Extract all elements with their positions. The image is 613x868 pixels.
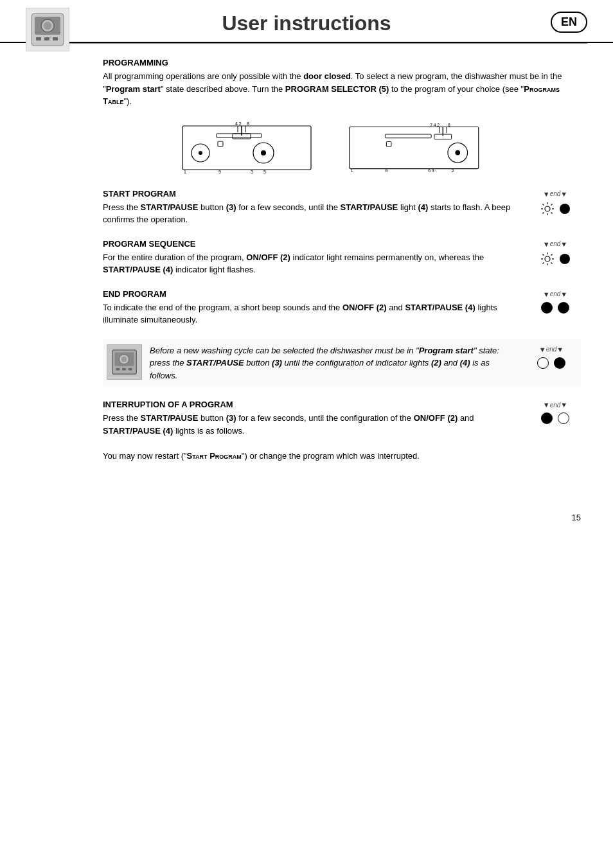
svg-rect-6 — [53, 37, 58, 40]
arrow-left-2: ▼ — [543, 240, 550, 248]
svg-rect-63 — [122, 368, 126, 370]
arrow-left-3: ▼ — [543, 290, 550, 298]
section-start-program: START PROGRAM Press the START/PAUSE butt… — [103, 189, 581, 226]
program-sequence-icons: ▼ end ▼ — [529, 239, 581, 266]
start-program-ref: Start Program — [187, 451, 242, 461]
note-image — [107, 344, 142, 380]
page-title: User instructions — [222, 12, 391, 35]
section-program-sequence: PROGRAM SEQUENCE For the entire duration… — [103, 239, 581, 276]
icon-row-start — [540, 202, 570, 216]
restart-body: You may now restart ("Start Program") or… — [103, 450, 581, 463]
end-text-5: end — [550, 402, 561, 409]
language-badge: EN — [551, 12, 587, 33]
svg-rect-32 — [385, 134, 431, 138]
svg-line-47 — [543, 212, 544, 213]
svg-rect-22 — [217, 134, 262, 137]
diagram-left: 4 2 8 1 9 3 5 — [181, 120, 323, 177]
svg-point-26 — [455, 150, 460, 155]
arrow-left-1: ▼ — [543, 190, 550, 198]
arrow-right-2: ▼ — [560, 240, 567, 248]
svg-text:3: 3 — [251, 170, 253, 174]
section-interruption: INTERRUPTION OF A PROGRAM Press the STAR… — [103, 400, 581, 437]
content-area: PROGRAMMING All programming operations a… — [0, 44, 613, 493]
programming-title: PROGRAMMING — [103, 58, 581, 67]
programming-body: All programming operations are only poss… — [103, 70, 581, 108]
svg-line-55 — [551, 254, 553, 255]
start-program-body: Press the START/PAUSE button (3) for a f… — [103, 201, 529, 226]
svg-rect-62 — [116, 368, 120, 370]
svg-point-39 — [545, 206, 550, 211]
svg-point-61 — [121, 357, 127, 362]
svg-text:9: 9 — [218, 170, 221, 174]
svg-point-48 — [545, 256, 550, 261]
svg-rect-7 — [182, 126, 311, 170]
end-label-3: ▼ end ▼ — [543, 290, 567, 298]
svg-text:1: 1 — [184, 170, 186, 174]
sun-icon-start — [540, 202, 555, 216]
circle-empty-interruption — [558, 412, 569, 424]
note-body: Before a new washing cycle can be select… — [150, 346, 499, 380]
start-program-title: START PROGRAM — [103, 189, 529, 199]
end-label-4: ▼ end ▼ — [539, 346, 564, 353]
end-program-body: To indicate the end of the program, a sh… — [103, 301, 529, 326]
end-label-5: ▼ end ▼ — [543, 401, 567, 409]
program-sequence-title: PROGRAM SEQUENCE — [103, 239, 529, 249]
end-label-2: ▼ end ▼ — [543, 240, 567, 248]
icon-row-sequence — [540, 252, 570, 266]
svg-text:6 3: 6 3 — [428, 168, 434, 173]
end-text-1: end — [550, 190, 561, 197]
section-programming: PROGRAMMING All programming operations a… — [103, 58, 581, 108]
interruption-body-1: Press the START/PAUSE button (3) for a f… — [103, 412, 529, 437]
end-label-1: ▼ end ▼ — [543, 190, 567, 198]
interruption-icons: ▼ end ▼ — [529, 400, 581, 424]
section-end-program: END PROGRAM To indicate the end of the p… — [103, 289, 581, 326]
arrow-left-5: ▼ — [543, 401, 550, 409]
header: User instructions EN — [0, 0, 613, 43]
circle-filled-interruption — [541, 412, 553, 424]
svg-rect-23 — [218, 141, 223, 146]
interruption-title: INTERRUPTION OF A PROGRAM — [103, 400, 529, 409]
circle-filled-sequence — [560, 254, 570, 264]
svg-rect-4 — [36, 37, 41, 40]
start-program-icons: ▼ end ▼ — [529, 189, 581, 216]
icon-row-note — [537, 357, 565, 369]
arrow-left-4: ▼ — [539, 346, 546, 353]
svg-line-56 — [543, 262, 544, 263]
svg-point-9 — [199, 151, 202, 155]
svg-text:1: 1 — [351, 168, 353, 173]
svg-text:8: 8 — [448, 122, 450, 127]
arrow-right-4: ▼ — [556, 346, 564, 353]
note-icons: ▼ end ▼ — [526, 344, 577, 369]
svg-text:8: 8 — [247, 121, 249, 126]
diagram-area: 4 2 8 1 9 3 5 — [90, 120, 581, 177]
program-sequence-body: For the entire duration of the program, … — [103, 251, 529, 276]
arrow-right-3: ▼ — [560, 290, 567, 298]
interruption-text: INTERRUPTION OF A PROGRAM Press the STAR… — [103, 400, 529, 437]
svg-rect-5 — [44, 37, 49, 40]
diagram-right: 7 4 2 8 1 8 6 3 2 — [348, 120, 490, 177]
sun-icon-sequence — [540, 252, 555, 266]
icon-row-end — [541, 302, 569, 314]
svg-text:4 2: 4 2 — [235, 121, 242, 126]
circle-filled-note — [554, 357, 565, 369]
svg-rect-27 — [386, 141, 391, 146]
svg-text:5: 5 — [263, 170, 266, 174]
svg-text:8: 8 — [385, 168, 387, 173]
end-program-title: END PROGRAM — [103, 289, 529, 299]
program-sequence-text: PROGRAM SEQUENCE For the entire duration… — [103, 239, 529, 276]
svg-text:7 4 2: 7 4 2 — [430, 122, 440, 127]
svg-line-44 — [543, 204, 544, 205]
note-box: Before a new washing cycle can be select… — [103, 339, 581, 387]
circle-empty-note — [537, 357, 549, 369]
svg-line-54 — [551, 262, 553, 263]
svg-point-11 — [261, 150, 266, 155]
circle-filled-end-1 — [541, 302, 553, 314]
start-program-text: START PROGRAM Press the START/PAUSE butt… — [103, 189, 529, 226]
icon-row-interruption — [541, 412, 569, 424]
page: User instructions EN PROGRAMMING All pro… — [0, 0, 613, 868]
end-program-text: END PROGRAM To indicate the end of the p… — [103, 289, 529, 326]
svg-point-3 — [44, 22, 51, 30]
circle-filled-start — [560, 204, 570, 214]
circle-filled-end-2 — [558, 302, 569, 314]
svg-line-45 — [551, 212, 553, 213]
